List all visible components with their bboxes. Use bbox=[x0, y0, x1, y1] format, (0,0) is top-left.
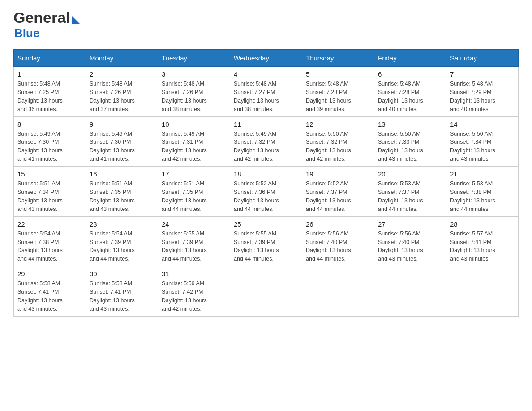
day-info: Sunrise: 5:49 AMSunset: 7:30 PMDaylight:… bbox=[90, 131, 135, 163]
day-number: 14 bbox=[450, 120, 515, 129]
calendar-day-cell: 7 Sunrise: 5:48 AMSunset: 7:29 PMDayligh… bbox=[446, 67, 519, 117]
calendar-day-cell: 10 Sunrise: 5:49 AMSunset: 7:31 PMDaylig… bbox=[158, 116, 230, 167]
day-number: 2 bbox=[90, 69, 154, 79]
col-header-friday: Friday bbox=[374, 50, 446, 67]
calendar-day-cell: 8 Sunrise: 5:49 AMSunset: 7:30 PMDayligh… bbox=[14, 116, 86, 167]
day-number: 25 bbox=[234, 219, 298, 229]
day-info: Sunrise: 5:53 AMSunset: 7:37 PMDaylight:… bbox=[378, 180, 423, 212]
calendar-day-cell: 23 Sunrise: 5:54 AMSunset: 7:39 PMDaylig… bbox=[86, 216, 158, 266]
calendar-header-row: SundayMondayTuesdayWednesdayThursdayFrid… bbox=[14, 50, 519, 67]
calendar-day-cell: 15 Sunrise: 5:51 AMSunset: 7:34 PMDaylig… bbox=[14, 167, 86, 217]
day-info: Sunrise: 5:48 AMSunset: 7:28 PMDaylight:… bbox=[378, 81, 423, 112]
day-number: 30 bbox=[90, 269, 154, 278]
day-number: 10 bbox=[162, 120, 226, 129]
calendar-day-cell: 3 Sunrise: 5:48 AMSunset: 7:26 PMDayligh… bbox=[158, 67, 230, 117]
calendar-day-cell: 5 Sunrise: 5:48 AMSunset: 7:28 PMDayligh… bbox=[302, 67, 374, 117]
day-number: 9 bbox=[90, 120, 154, 129]
col-header-thursday: Thursday bbox=[302, 50, 374, 67]
calendar-day-cell: 12 Sunrise: 5:50 AMSunset: 7:32 PMDaylig… bbox=[302, 116, 374, 167]
calendar-day-cell: 6 Sunrise: 5:48 AMSunset: 7:28 PMDayligh… bbox=[374, 67, 446, 117]
calendar-day-cell: 4 Sunrise: 5:48 AMSunset: 7:27 PMDayligh… bbox=[230, 67, 302, 117]
day-number: 12 bbox=[306, 120, 370, 129]
day-info: Sunrise: 5:54 AMSunset: 7:38 PMDaylight:… bbox=[17, 231, 63, 262]
day-number: 31 bbox=[162, 269, 226, 278]
page-header: General Blue bbox=[13, 9, 519, 40]
calendar-week-row: 8 Sunrise: 5:49 AMSunset: 7:30 PMDayligh… bbox=[14, 116, 519, 167]
col-header-tuesday: Tuesday bbox=[158, 50, 230, 67]
col-header-monday: Monday bbox=[86, 50, 158, 67]
calendar-day-cell: 22 Sunrise: 5:54 AMSunset: 7:38 PMDaylig… bbox=[14, 216, 86, 266]
day-info: Sunrise: 5:51 AMSunset: 7:35 PMDaylight:… bbox=[90, 180, 135, 212]
day-info: Sunrise: 5:50 AMSunset: 7:32 PMDaylight:… bbox=[306, 131, 351, 163]
day-number: 19 bbox=[306, 169, 370, 179]
calendar-day-cell: 28 Sunrise: 5:57 AMSunset: 7:41 PMDaylig… bbox=[446, 216, 519, 266]
calendar-day-cell: 1 Sunrise: 5:48 AMSunset: 7:25 PMDayligh… bbox=[14, 67, 86, 117]
day-info: Sunrise: 5:58 AMSunset: 7:41 PMDaylight:… bbox=[90, 280, 135, 312]
calendar-day-cell: 20 Sunrise: 5:53 AMSunset: 7:37 PMDaylig… bbox=[374, 167, 446, 217]
day-number: 8 bbox=[17, 120, 82, 129]
calendar-day-cell bbox=[302, 266, 374, 317]
day-info: Sunrise: 5:49 AMSunset: 7:30 PMDaylight:… bbox=[17, 131, 63, 163]
calendar-day-cell: 9 Sunrise: 5:49 AMSunset: 7:30 PMDayligh… bbox=[86, 116, 158, 167]
calendar-day-cell: 19 Sunrise: 5:52 AMSunset: 7:37 PMDaylig… bbox=[302, 167, 374, 217]
calendar-day-cell: 24 Sunrise: 5:55 AMSunset: 7:39 PMDaylig… bbox=[158, 216, 230, 266]
logo-blue-text: Blue bbox=[14, 26, 39, 40]
day-number: 3 bbox=[162, 69, 226, 79]
col-header-saturday: Saturday bbox=[446, 50, 519, 67]
calendar-week-row: 29 Sunrise: 5:58 AMSunset: 7:41 PMDaylig… bbox=[14, 266, 519, 317]
day-info: Sunrise: 5:53 AMSunset: 7:38 PMDaylight:… bbox=[450, 180, 495, 212]
calendar-day-cell: 13 Sunrise: 5:50 AMSunset: 7:33 PMDaylig… bbox=[374, 116, 446, 167]
day-number: 24 bbox=[162, 219, 226, 229]
day-number: 13 bbox=[378, 120, 442, 129]
day-number: 16 bbox=[90, 169, 154, 179]
day-number: 20 bbox=[378, 169, 442, 179]
day-info: Sunrise: 5:49 AMSunset: 7:32 PMDaylight:… bbox=[234, 131, 279, 163]
day-number: 22 bbox=[17, 219, 82, 229]
day-info: Sunrise: 5:48 AMSunset: 7:26 PMDaylight:… bbox=[90, 81, 135, 112]
calendar-day-cell: 2 Sunrise: 5:48 AMSunset: 7:26 PMDayligh… bbox=[86, 67, 158, 117]
calendar-week-row: 15 Sunrise: 5:51 AMSunset: 7:34 PMDaylig… bbox=[14, 167, 519, 217]
day-info: Sunrise: 5:56 AMSunset: 7:40 PMDaylight:… bbox=[378, 231, 423, 262]
day-info: Sunrise: 5:59 AMSunset: 7:42 PMDaylight:… bbox=[162, 280, 207, 312]
day-number: 21 bbox=[450, 169, 515, 179]
calendar-day-cell: 26 Sunrise: 5:56 AMSunset: 7:40 PMDaylig… bbox=[302, 216, 374, 266]
logo-general-text: General bbox=[13, 9, 70, 26]
day-info: Sunrise: 5:51 AMSunset: 7:34 PMDaylight:… bbox=[17, 180, 63, 212]
day-info: Sunrise: 5:56 AMSunset: 7:40 PMDaylight:… bbox=[306, 231, 351, 262]
day-info: Sunrise: 5:51 AMSunset: 7:35 PMDaylight:… bbox=[162, 180, 207, 212]
day-number: 26 bbox=[306, 219, 370, 229]
calendar-day-cell: 27 Sunrise: 5:56 AMSunset: 7:40 PMDaylig… bbox=[374, 216, 446, 266]
calendar-day-cell bbox=[374, 266, 446, 317]
day-info: Sunrise: 5:48 AMSunset: 7:28 PMDaylight:… bbox=[306, 81, 351, 112]
day-number: 23 bbox=[90, 219, 154, 229]
day-number: 18 bbox=[234, 169, 298, 179]
day-info: Sunrise: 5:58 AMSunset: 7:41 PMDaylight:… bbox=[17, 280, 63, 312]
day-info: Sunrise: 5:55 AMSunset: 7:39 PMDaylight:… bbox=[162, 231, 207, 262]
col-header-sunday: Sunday bbox=[14, 50, 86, 67]
day-number: 27 bbox=[378, 219, 442, 229]
calendar-week-row: 1 Sunrise: 5:48 AMSunset: 7:25 PMDayligh… bbox=[14, 67, 519, 117]
day-info: Sunrise: 5:49 AMSunset: 7:31 PMDaylight:… bbox=[162, 131, 207, 163]
day-info: Sunrise: 5:52 AMSunset: 7:36 PMDaylight:… bbox=[234, 180, 279, 212]
day-info: Sunrise: 5:48 AMSunset: 7:26 PMDaylight:… bbox=[162, 81, 207, 112]
day-number: 11 bbox=[234, 120, 298, 129]
calendar-day-cell bbox=[446, 266, 519, 317]
day-info: Sunrise: 5:48 AMSunset: 7:27 PMDaylight:… bbox=[234, 81, 279, 112]
calendar-day-cell: 16 Sunrise: 5:51 AMSunset: 7:35 PMDaylig… bbox=[86, 167, 158, 217]
calendar-table: SundayMondayTuesdayWednesdayThursdayFrid… bbox=[13, 49, 519, 317]
day-number: 7 bbox=[450, 69, 515, 79]
day-number: 28 bbox=[450, 219, 515, 229]
calendar-day-cell: 21 Sunrise: 5:53 AMSunset: 7:38 PMDaylig… bbox=[446, 167, 519, 217]
day-info: Sunrise: 5:52 AMSunset: 7:37 PMDaylight:… bbox=[306, 180, 351, 212]
calendar-day-cell: 18 Sunrise: 5:52 AMSunset: 7:36 PMDaylig… bbox=[230, 167, 302, 217]
logo: General Blue bbox=[13, 9, 80, 40]
day-info: Sunrise: 5:57 AMSunset: 7:41 PMDaylight:… bbox=[450, 231, 495, 262]
calendar-day-cell: 17 Sunrise: 5:51 AMSunset: 7:35 PMDaylig… bbox=[158, 167, 230, 217]
calendar-day-cell: 25 Sunrise: 5:55 AMSunset: 7:39 PMDaylig… bbox=[230, 216, 302, 266]
day-info: Sunrise: 5:55 AMSunset: 7:39 PMDaylight:… bbox=[234, 231, 279, 262]
day-number: 5 bbox=[306, 69, 370, 79]
calendar-day-cell: 14 Sunrise: 5:50 AMSunset: 7:34 PMDaylig… bbox=[446, 116, 519, 167]
calendar-day-cell: 11 Sunrise: 5:49 AMSunset: 7:32 PMDaylig… bbox=[230, 116, 302, 167]
calendar-week-row: 22 Sunrise: 5:54 AMSunset: 7:38 PMDaylig… bbox=[14, 216, 519, 266]
calendar-day-cell bbox=[230, 266, 302, 317]
